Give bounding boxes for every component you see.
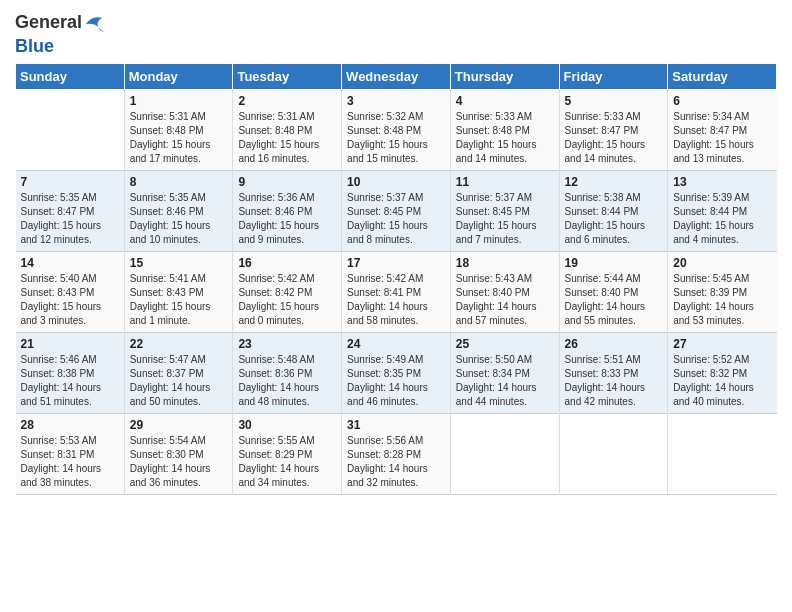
calendar-cell: 8Sunrise: 5:35 AM Sunset: 8:46 PM Daylig…	[124, 171, 233, 252]
calendar-cell: 7Sunrise: 5:35 AM Sunset: 8:47 PM Daylig…	[16, 171, 125, 252]
day-info: Sunrise: 5:48 AM Sunset: 8:36 PM Dayligh…	[238, 353, 336, 409]
day-info: Sunrise: 5:39 AM Sunset: 8:44 PM Dayligh…	[673, 191, 771, 247]
day-number: 6	[673, 94, 771, 108]
day-info: Sunrise: 5:35 AM Sunset: 8:46 PM Dayligh…	[130, 191, 228, 247]
week-row-5: 28Sunrise: 5:53 AM Sunset: 8:31 PM Dayli…	[16, 414, 777, 495]
day-number: 28	[21, 418, 119, 432]
calendar-cell: 19Sunrise: 5:44 AM Sunset: 8:40 PM Dayli…	[559, 252, 668, 333]
page-header: General Blue	[15, 10, 777, 57]
day-number: 24	[347, 337, 445, 351]
day-info: Sunrise: 5:40 AM Sunset: 8:43 PM Dayligh…	[21, 272, 119, 328]
day-info: Sunrise: 5:50 AM Sunset: 8:34 PM Dayligh…	[456, 353, 554, 409]
calendar-cell: 12Sunrise: 5:38 AM Sunset: 8:44 PM Dayli…	[559, 171, 668, 252]
calendar-cell: 21Sunrise: 5:46 AM Sunset: 8:38 PM Dayli…	[16, 333, 125, 414]
calendar-cell: 22Sunrise: 5:47 AM Sunset: 8:37 PM Dayli…	[124, 333, 233, 414]
col-header-thursday: Thursday	[450, 64, 559, 90]
calendar-cell	[450, 414, 559, 495]
day-info: Sunrise: 5:46 AM Sunset: 8:38 PM Dayligh…	[21, 353, 119, 409]
day-info: Sunrise: 5:33 AM Sunset: 8:48 PM Dayligh…	[456, 110, 554, 166]
day-info: Sunrise: 5:37 AM Sunset: 8:45 PM Dayligh…	[456, 191, 554, 247]
col-header-saturday: Saturday	[668, 64, 777, 90]
col-header-friday: Friday	[559, 64, 668, 90]
day-number: 7	[21, 175, 119, 189]
col-header-wednesday: Wednesday	[342, 64, 451, 90]
day-info: Sunrise: 5:54 AM Sunset: 8:30 PM Dayligh…	[130, 434, 228, 490]
day-info: Sunrise: 5:53 AM Sunset: 8:31 PM Dayligh…	[21, 434, 119, 490]
calendar-cell: 28Sunrise: 5:53 AM Sunset: 8:31 PM Dayli…	[16, 414, 125, 495]
day-info: Sunrise: 5:41 AM Sunset: 8:43 PM Dayligh…	[130, 272, 228, 328]
day-number: 3	[347, 94, 445, 108]
day-number: 17	[347, 256, 445, 270]
calendar-cell	[559, 414, 668, 495]
day-number: 22	[130, 337, 228, 351]
day-info: Sunrise: 5:43 AM Sunset: 8:40 PM Dayligh…	[456, 272, 554, 328]
day-info: Sunrise: 5:47 AM Sunset: 8:37 PM Dayligh…	[130, 353, 228, 409]
logo: General Blue	[15, 10, 106, 57]
day-info: Sunrise: 5:31 AM Sunset: 8:48 PM Dayligh…	[130, 110, 228, 166]
calendar-cell: 6Sunrise: 5:34 AM Sunset: 8:47 PM Daylig…	[668, 90, 777, 171]
day-number: 14	[21, 256, 119, 270]
day-number: 13	[673, 175, 771, 189]
calendar-cell: 17Sunrise: 5:42 AM Sunset: 8:41 PM Dayli…	[342, 252, 451, 333]
calendar-cell: 30Sunrise: 5:55 AM Sunset: 8:29 PM Dayli…	[233, 414, 342, 495]
calendar-cell: 24Sunrise: 5:49 AM Sunset: 8:35 PM Dayli…	[342, 333, 451, 414]
week-row-2: 7Sunrise: 5:35 AM Sunset: 8:47 PM Daylig…	[16, 171, 777, 252]
calendar-cell: 13Sunrise: 5:39 AM Sunset: 8:44 PM Dayli…	[668, 171, 777, 252]
day-number: 26	[565, 337, 663, 351]
day-number: 5	[565, 94, 663, 108]
day-info: Sunrise: 5:35 AM Sunset: 8:47 PM Dayligh…	[21, 191, 119, 247]
day-info: Sunrise: 5:51 AM Sunset: 8:33 PM Dayligh…	[565, 353, 663, 409]
calendar-cell	[16, 90, 125, 171]
calendar-cell: 27Sunrise: 5:52 AM Sunset: 8:32 PM Dayli…	[668, 333, 777, 414]
day-info: Sunrise: 5:49 AM Sunset: 8:35 PM Dayligh…	[347, 353, 445, 409]
col-header-tuesday: Tuesday	[233, 64, 342, 90]
day-number: 27	[673, 337, 771, 351]
day-number: 31	[347, 418, 445, 432]
day-info: Sunrise: 5:56 AM Sunset: 8:28 PM Dayligh…	[347, 434, 445, 490]
col-header-monday: Monday	[124, 64, 233, 90]
calendar-body: 1Sunrise: 5:31 AM Sunset: 8:48 PM Daylig…	[16, 90, 777, 495]
calendar-cell: 16Sunrise: 5:42 AM Sunset: 8:42 PM Dayli…	[233, 252, 342, 333]
day-info: Sunrise: 5:42 AM Sunset: 8:42 PM Dayligh…	[238, 272, 336, 328]
calendar-cell: 9Sunrise: 5:36 AM Sunset: 8:46 PM Daylig…	[233, 171, 342, 252]
day-info: Sunrise: 5:31 AM Sunset: 8:48 PM Dayligh…	[238, 110, 336, 166]
calendar-cell: 23Sunrise: 5:48 AM Sunset: 8:36 PM Dayli…	[233, 333, 342, 414]
calendar-header-row: SundayMondayTuesdayWednesdayThursdayFrid…	[16, 64, 777, 90]
day-number: 20	[673, 256, 771, 270]
calendar-cell: 1Sunrise: 5:31 AM Sunset: 8:48 PM Daylig…	[124, 90, 233, 171]
day-info: Sunrise: 5:45 AM Sunset: 8:39 PM Dayligh…	[673, 272, 771, 328]
week-row-4: 21Sunrise: 5:46 AM Sunset: 8:38 PM Dayli…	[16, 333, 777, 414]
day-number: 18	[456, 256, 554, 270]
day-info: Sunrise: 5:42 AM Sunset: 8:41 PM Dayligh…	[347, 272, 445, 328]
calendar-cell: 2Sunrise: 5:31 AM Sunset: 8:48 PM Daylig…	[233, 90, 342, 171]
calendar-cell	[668, 414, 777, 495]
calendar-cell: 20Sunrise: 5:45 AM Sunset: 8:39 PM Dayli…	[668, 252, 777, 333]
week-row-3: 14Sunrise: 5:40 AM Sunset: 8:43 PM Dayli…	[16, 252, 777, 333]
calendar-cell: 10Sunrise: 5:37 AM Sunset: 8:45 PM Dayli…	[342, 171, 451, 252]
calendar-cell: 31Sunrise: 5:56 AM Sunset: 8:28 PM Dayli…	[342, 414, 451, 495]
day-number: 4	[456, 94, 554, 108]
calendar-cell: 4Sunrise: 5:33 AM Sunset: 8:48 PM Daylig…	[450, 90, 559, 171]
calendar-cell: 15Sunrise: 5:41 AM Sunset: 8:43 PM Dayli…	[124, 252, 233, 333]
logo-general: General	[15, 13, 82, 33]
day-number: 10	[347, 175, 445, 189]
day-number: 21	[21, 337, 119, 351]
day-info: Sunrise: 5:55 AM Sunset: 8:29 PM Dayligh…	[238, 434, 336, 490]
calendar-cell: 3Sunrise: 5:32 AM Sunset: 8:48 PM Daylig…	[342, 90, 451, 171]
day-number: 30	[238, 418, 336, 432]
week-row-1: 1Sunrise: 5:31 AM Sunset: 8:48 PM Daylig…	[16, 90, 777, 171]
day-info: Sunrise: 5:34 AM Sunset: 8:47 PM Dayligh…	[673, 110, 771, 166]
day-number: 15	[130, 256, 228, 270]
day-number: 8	[130, 175, 228, 189]
calendar-cell: 25Sunrise: 5:50 AM Sunset: 8:34 PM Dayli…	[450, 333, 559, 414]
day-number: 9	[238, 175, 336, 189]
day-number: 29	[130, 418, 228, 432]
day-number: 1	[130, 94, 228, 108]
day-info: Sunrise: 5:52 AM Sunset: 8:32 PM Dayligh…	[673, 353, 771, 409]
logo-blue: Blue	[15, 36, 106, 57]
day-info: Sunrise: 5:32 AM Sunset: 8:48 PM Dayligh…	[347, 110, 445, 166]
day-info: Sunrise: 5:36 AM Sunset: 8:46 PM Dayligh…	[238, 191, 336, 247]
day-number: 12	[565, 175, 663, 189]
day-number: 25	[456, 337, 554, 351]
day-info: Sunrise: 5:37 AM Sunset: 8:45 PM Dayligh…	[347, 191, 445, 247]
